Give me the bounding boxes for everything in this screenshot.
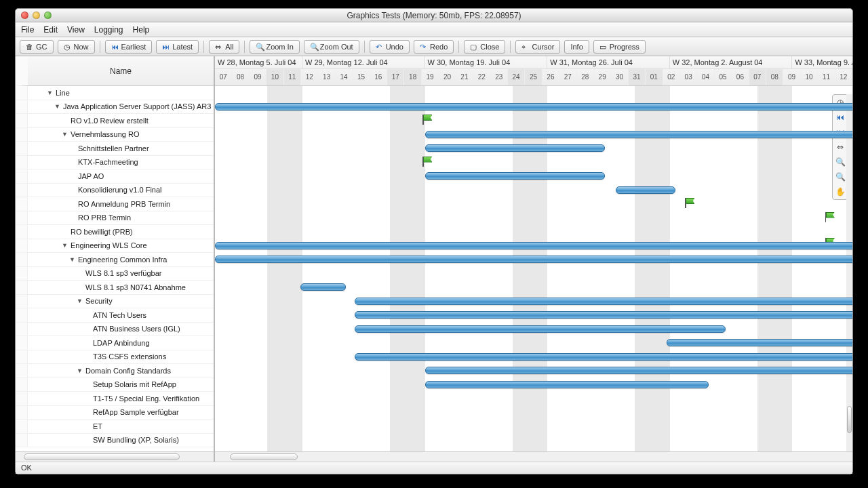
menu-help[interactable]: Help [133, 25, 150, 35]
gantt-bar[interactable] [355, 311, 852, 319]
titlebar[interactable]: Graphics Tests (Memory: 50mb, FPS: 22.08… [16, 9, 852, 22]
now-button[interactable]: ◷Now [58, 40, 95, 54]
tree-row[interactable]: WLS 8.1 sp3 N0741 Abnahme [16, 281, 214, 295]
close-button[interactable]: ▢Close [464, 40, 505, 54]
menu-edit[interactable]: Edit [43, 25, 58, 35]
zoom-in-button[interactable]: 🔍Zoom In [250, 40, 299, 54]
gantt-bar[interactable] [355, 298, 852, 305]
tree-row[interactable]: ▼Vernehmlassung RO [16, 128, 214, 142]
fit-icon[interactable]: ⇔ [835, 142, 846, 152]
cursor-button[interactable]: ⌖Cursor [515, 40, 560, 54]
undo-icon: ↶ [376, 43, 383, 50]
all-button[interactable]: ⇔All [209, 40, 239, 54]
tree-row[interactable]: Schnittstellen Partner [16, 142, 214, 156]
close-icon[interactable] [21, 12, 28, 19]
gantt-bar[interactable] [425, 172, 606, 180]
tree-row[interactable]: ▼Line [16, 86, 214, 100]
tree-row[interactable]: JAP AO [16, 169, 214, 184]
chart-hscrollbar[interactable] [215, 451, 852, 462]
chart-vscrollbar[interactable] [846, 94, 852, 451]
zoom-out-button[interactable]: 🔍Zoom Out [304, 40, 359, 54]
milestone-flag-icon[interactable] [684, 196, 696, 208]
gantt-chart[interactable]: ◷ ⏮ ⏭ ⇔ 🔍 🔍 ✋ [215, 86, 852, 451]
gantt-bar[interactable] [355, 325, 726, 333]
menu-logging[interactable]: Logging [94, 25, 123, 35]
minimize-icon[interactable] [33, 12, 40, 19]
disclosure-arrow-icon[interactable]: ▼ [62, 242, 68, 249]
day-label: 12 [835, 69, 852, 85]
disclosure-arrow-icon[interactable]: ▼ [77, 367, 83, 374]
tree-row[interactable]: ATN Business Users (IGL) [16, 323, 214, 337]
milestone-flag-icon[interactable] [824, 210, 836, 222]
day-label: 14 [336, 69, 353, 85]
milestone-flag-icon[interactable] [421, 155, 433, 167]
zoom-icon[interactable] [44, 12, 52, 19]
gantt-bar[interactable] [667, 339, 852, 346]
progress-button[interactable]: ▭Progress [593, 40, 646, 54]
gantt-bar[interactable] [425, 131, 852, 138]
tree-row[interactable]: ▼Domain Config Standards [16, 364, 214, 378]
tree-row[interactable]: RO bewilligt (PRB) [16, 225, 214, 239]
disclosure-arrow-icon[interactable]: ▼ [62, 131, 68, 138]
tree-row[interactable]: RefApp Sample verfügbar [16, 406, 214, 420]
milestone-flag-icon[interactable] [421, 113, 433, 125]
tree-row[interactable]: KTX-Fachmeeting [16, 156, 214, 170]
tree-label: Setup Solaris mit RefApp [93, 380, 176, 388]
gantt-bar[interactable] [616, 186, 675, 194]
zoom-out-icon[interactable]: 🔍 [835, 171, 846, 182]
tree-row[interactable]: SW Bundling (XP, Solaris) [16, 434, 214, 448]
skip-end-icon: ⏭ [162, 43, 170, 50]
window-title: Graphics Tests (Memory: 50mb, FPS: 22.08… [347, 11, 521, 20]
menu-view[interactable]: View [67, 25, 85, 35]
tree-row[interactable]: ▼Java Application Server Support (JASS) … [16, 100, 214, 115]
menu-file[interactable]: File [21, 25, 34, 35]
disclosure-arrow-icon[interactable]: ▼ [77, 298, 83, 304]
disclosure-arrow-icon[interactable]: ▼ [54, 103, 61, 110]
tree-row[interactable]: RO PRB Termin [16, 211, 214, 226]
tree-label: T3S CSFS extensions [93, 352, 166, 361]
redo-button[interactable]: ↷Redo [414, 40, 454, 54]
tree-label: Engineering WLS Core [71, 241, 147, 249]
gantt-bar[interactable] [355, 353, 852, 361]
tree-row[interactable]: RO v1.0 Review erstellt [16, 114, 214, 128]
tree-row[interactable]: ▼Engineering WLS Core [16, 239, 214, 253]
tree-label: JAP AO [78, 172, 104, 180]
zoom-in-icon[interactable]: 🔍 [835, 157, 846, 167]
day-label: 18 [404, 69, 421, 85]
tree-row[interactable]: T3S CSFS extensions [16, 350, 214, 365]
latest-button[interactable]: ⏭Latest [156, 40, 199, 54]
tree-row[interactable]: Konsolidierung v1.0 Final [16, 184, 214, 198]
disclosure-arrow-icon[interactable]: ▼ [47, 89, 54, 96]
grab-icon[interactable]: ✋ [835, 186, 846, 197]
tree-row[interactable]: ATN Tech Users [16, 308, 214, 323]
tree-row[interactable]: RO Anmeldung PRB Termin [16, 197, 214, 211]
tree-header: Name [16, 56, 214, 86]
info-button[interactable]: Info [564, 40, 589, 54]
tree-row[interactable]: ET [16, 420, 214, 434]
day-label: 07 [749, 69, 766, 85]
gantt-bar[interactable] [425, 381, 709, 388]
tree-row[interactable]: LDAP Anbindung [16, 336, 214, 350]
skip-start-icon[interactable]: ⏮ [835, 112, 846, 123]
gantt-bar[interactable] [425, 367, 852, 374]
tree-row[interactable]: ▼Engineering Common Infra [16, 253, 214, 267]
tree-hscrollbar[interactable] [16, 451, 214, 462]
earliest-button[interactable]: ⏮Earliest [105, 40, 153, 54]
tree-label: RO PRB Termin [78, 214, 131, 222]
tree-row[interactable]: WLS 8.1 sp3 verfügbar [16, 267, 214, 281]
gantt-bar[interactable] [300, 283, 346, 291]
tree-row[interactable]: Setup Solaris mit RefApp [16, 378, 214, 392]
gantt-bar[interactable] [215, 256, 852, 263]
gc-button[interactable]: 🗑GC [20, 40, 54, 54]
clock-icon: ◷ [64, 43, 71, 50]
gantt-bar[interactable] [215, 103, 852, 110]
stop-icon: ▢ [470, 43, 477, 50]
gantt-bar[interactable] [215, 242, 852, 249]
week-label: W 30, Montag 19. Juli 04 [425, 56, 548, 68]
disclosure-arrow-icon[interactable]: ▼ [69, 256, 76, 263]
tree-row[interactable]: ▼Security [16, 295, 214, 309]
tree-row[interactable]: T1-T5 / Special Eng. Verifikation [16, 392, 214, 406]
day-label: 09 [250, 69, 267, 85]
gantt-bar[interactable] [425, 144, 606, 152]
undo-button[interactable]: ↶Undo [370, 40, 410, 54]
